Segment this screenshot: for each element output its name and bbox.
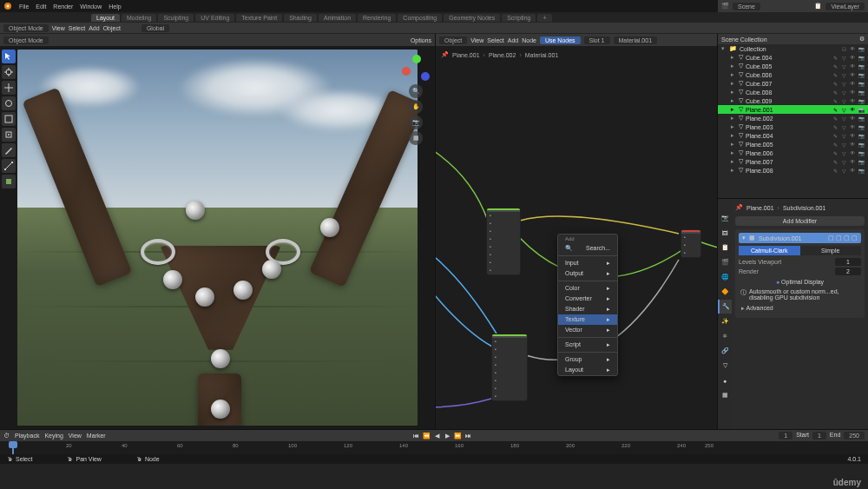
ws-tab-uv[interactable]: UV Editing xyxy=(195,14,234,22)
tl-view[interactable]: View xyxy=(69,433,82,439)
viewport-levels[interactable]: 1 xyxy=(835,258,861,266)
add-script[interactable]: Script▸ xyxy=(558,340,617,350)
outliner-row[interactable]: ▸▽Plane.008✎▽👁📷 xyxy=(718,166,868,175)
texture-tab[interactable]: ▦ xyxy=(718,388,732,402)
add-color[interactable]: Color▸ xyxy=(558,283,617,294)
current-frame[interactable]: 1 xyxy=(779,432,792,439)
menu-file[interactable]: File xyxy=(19,3,29,10)
menu-window[interactable]: Window xyxy=(80,3,102,10)
material-dropdown[interactable]: Material.001 xyxy=(614,36,658,44)
hdr-view[interactable]: View xyxy=(52,25,65,31)
ws-tab-modeling[interactable]: Modeling xyxy=(122,14,156,22)
outliner-row[interactable]: ▸▽Cube.006✎▽👁📷 xyxy=(718,70,868,79)
mode-dropdown[interactable]: Object Mode xyxy=(3,24,49,32)
tl-marker[interactable]: Marker xyxy=(87,433,106,439)
end-frame[interactable]: 250 xyxy=(844,432,865,439)
modifier-header[interactable]: ▾▦ Subdivision.001 ▢ ▢ ▢ ▢ xyxy=(739,233,861,243)
ne-add[interactable]: Add xyxy=(508,37,518,43)
outliner-row[interactable]: ▸▽Cube.008✎▽👁📷 xyxy=(718,88,868,96)
filter-icon[interactable]: ⚙ xyxy=(859,36,865,43)
add-tool[interactable] xyxy=(2,175,16,188)
outliner-row[interactable]: ▸▽Plane.005✎▽👁📷 xyxy=(718,140,868,149)
particles-tab[interactable]: ✨ xyxy=(718,314,732,328)
transform-tool[interactable] xyxy=(2,128,16,142)
add-search[interactable]: 🔍Search... xyxy=(558,243,617,254)
add-group[interactable]: Group▸ xyxy=(558,354,617,365)
timeline-ruler[interactable]: 020406080100120140160180200220240250 xyxy=(0,441,868,454)
play-icon[interactable]: ▶ xyxy=(443,432,451,440)
ne-select[interactable]: Select xyxy=(487,37,503,43)
outliner-row[interactable]: ▸▽Cube.005✎▽👁📷 xyxy=(718,62,868,70)
ws-tab-rendering[interactable]: Rendering xyxy=(358,14,396,22)
timeline[interactable]: ⏱ Playback Keying View Marker ⏮ ⏪ ◀ ▶ ⏩ … xyxy=(0,429,868,453)
ws-tab-compositing[interactable]: Compositing xyxy=(398,14,442,22)
output-tab[interactable]: 🖼 xyxy=(718,226,732,240)
outliner-row[interactable]: ▸▽Plane.004✎▽👁📷 xyxy=(718,131,868,140)
add-vector[interactable]: Vector▸ xyxy=(558,325,617,335)
measure-tool[interactable] xyxy=(2,159,16,173)
catmull-tab[interactable]: Catmull-Clark xyxy=(739,246,800,255)
ne-node[interactable]: Node xyxy=(522,37,536,43)
ws-tab-texpaint[interactable]: Texture Paint xyxy=(236,14,282,22)
add-shader[interactable]: Shader▸ xyxy=(558,304,617,314)
outliner-row[interactable]: ▸▽Cube.009✎▽👁📷 xyxy=(718,96,868,105)
ne-type[interactable]: Object xyxy=(439,36,467,44)
node-output[interactable]: ••• xyxy=(681,229,701,258)
jump-start-icon[interactable]: ⏮ xyxy=(411,432,420,440)
scene-tab[interactable]: 🎬 xyxy=(718,255,732,269)
select-tool[interactable] xyxy=(2,50,16,63)
tl-playback[interactable]: Playback xyxy=(15,433,39,439)
cursor-tool[interactable] xyxy=(2,65,16,79)
hdr-object[interactable]: Object xyxy=(103,25,121,31)
viewlayer-tab[interactable]: 📋 xyxy=(718,241,732,254)
annotate-tool[interactable] xyxy=(2,143,16,157)
zoom-icon[interactable]: 🔍 xyxy=(409,84,423,98)
vp-mode[interactable]: Object Mode xyxy=(3,36,49,44)
render-tab[interactable]: 📷 xyxy=(718,211,732,225)
rotate-tool[interactable] xyxy=(2,96,16,110)
world-tab[interactable]: 🌐 xyxy=(718,270,732,284)
tl-keying[interactable]: Keying xyxy=(44,433,62,439)
nav-gizmo[interactable] xyxy=(400,51,431,83)
pin-icon[interactable]: 📌 xyxy=(441,51,449,58)
jump-end-icon[interactable]: ⏭ xyxy=(464,432,472,440)
ne-view[interactable]: View xyxy=(470,37,483,43)
material-tab[interactable]: ● xyxy=(718,373,732,387)
data-tab[interactable]: ▽ xyxy=(718,359,732,373)
collection-row[interactable]: ▾📁Collection ☑👁📷 xyxy=(718,44,868,53)
ws-tab-shading[interactable]: Shading xyxy=(284,14,317,22)
outliner-row[interactable]: ▸▽Plane.006✎▽👁📷 xyxy=(718,149,868,157)
camera-icon[interactable]: 📷 xyxy=(409,116,423,129)
add-modifier-button[interactable]: Add Modifier xyxy=(735,216,865,226)
play-reverse-icon[interactable]: ◀ xyxy=(432,432,441,440)
outliner-row[interactable]: ▸▽Cube.004✎▽👁📷 xyxy=(718,53,868,62)
outliner[interactable]: Scene Collection ⚙ ▾📁Collection ☑👁📷 ▸▽Cu… xyxy=(718,34,868,199)
ws-tab-add[interactable]: + xyxy=(537,14,551,22)
add-input[interactable]: Input▸ xyxy=(558,258,617,268)
hdr-add[interactable]: Add xyxy=(89,25,99,31)
ws-tab-layout[interactable]: Layout xyxy=(91,14,120,22)
menu-render[interactable]: Render xyxy=(53,3,73,10)
shader-node-editor[interactable]: Object View Select Add Node Use Nodes Sl… xyxy=(436,34,718,429)
node-2[interactable]: ••• ••• •• xyxy=(491,334,528,401)
outliner-row[interactable]: ▸▽Plane.001✎▽👁📷 xyxy=(718,105,868,114)
3d-viewport[interactable]: Object Mode Options xyxy=(0,34,436,429)
simple-tab[interactable]: Simple xyxy=(800,246,862,255)
ws-tab-scripting[interactable]: Scripting xyxy=(502,14,536,22)
prev-key-icon[interactable]: ⏪ xyxy=(422,432,431,440)
outliner-row[interactable]: ▸▽Plane.002✎▽👁📷 xyxy=(718,114,868,122)
add-output[interactable]: Output▸ xyxy=(558,268,617,279)
vp-options[interactable]: Options xyxy=(411,37,431,43)
constraints-tab[interactable]: 🔗 xyxy=(718,344,732,358)
outliner-row[interactable]: ▸▽Cube.007✎▽👁📷 xyxy=(718,79,868,88)
perspective-icon[interactable]: ▦ xyxy=(409,131,423,145)
outliner-row[interactable]: ▸▽Plane.007✎▽👁📷 xyxy=(718,157,868,166)
render-levels[interactable]: 2 xyxy=(835,268,861,275)
hdr-select[interactable]: Select xyxy=(69,25,85,31)
slot-dropdown[interactable]: Slot 1 xyxy=(584,36,610,44)
start-frame[interactable]: 1 xyxy=(812,432,826,439)
outliner-row[interactable]: ▸▽Plane.003✎▽👁📷 xyxy=(718,122,868,131)
add-layout[interactable]: Layout▸ xyxy=(558,365,617,375)
use-nodes-toggle[interactable]: Use Nodes xyxy=(540,36,581,44)
node-1[interactable]: ••• ••• •• xyxy=(486,208,521,275)
